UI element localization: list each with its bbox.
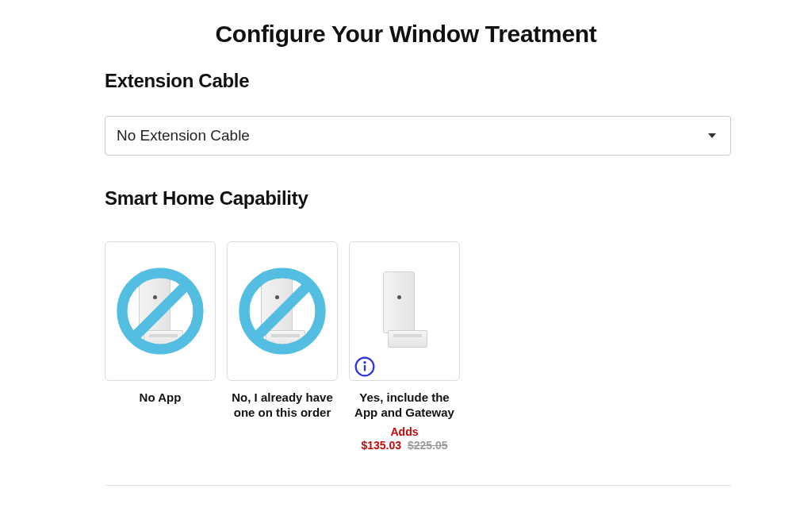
gateway-device-icon: [255, 271, 310, 351]
smart-option-thumb: [227, 241, 338, 381]
smart-option-no-app[interactable]: No App: [105, 241, 216, 453]
page-title: Configure Your Window Treatment: [32, 21, 780, 48]
info-icon[interactable]: [353, 355, 377, 379]
smart-option-label: Yes, include the App and Gateway: [349, 390, 460, 421]
smart-option-thumb: [105, 241, 216, 381]
section-divider: [105, 485, 731, 486]
smart-option-label: No, I already have one on this order: [227, 390, 338, 421]
gateway-device-icon: [132, 271, 188, 351]
smart-option-include-gateway[interactable]: Yes, include the App and Gateway Adds $1…: [349, 241, 460, 453]
smart-option-price: Adds $135.03 $225.05: [361, 425, 447, 453]
adds-original-price: $225.05: [408, 439, 448, 452]
smart-home-heading: Smart Home Capability: [105, 187, 731, 210]
smart-home-options: No App No, I already have one on this o: [105, 241, 731, 453]
gateway-device-icon: [377, 271, 432, 351]
extension-cable-heading: Extension Cable: [105, 70, 731, 92]
adds-label: Adds: [390, 425, 418, 438]
svg-rect-6: [364, 365, 366, 371]
extension-cable-selected-value: No Extension Cable: [117, 127, 250, 144]
adds-sale-price: $135.03: [361, 439, 401, 452]
smart-option-thumb: [349, 241, 460, 381]
smart-option-already-have[interactable]: No, I already have one on this order: [227, 241, 338, 453]
chevron-down-icon: [708, 133, 716, 138]
smart-option-label: No App: [140, 390, 182, 406]
extension-cable-select[interactable]: No Extension Cable: [105, 116, 731, 156]
svg-point-5: [363, 361, 366, 364]
